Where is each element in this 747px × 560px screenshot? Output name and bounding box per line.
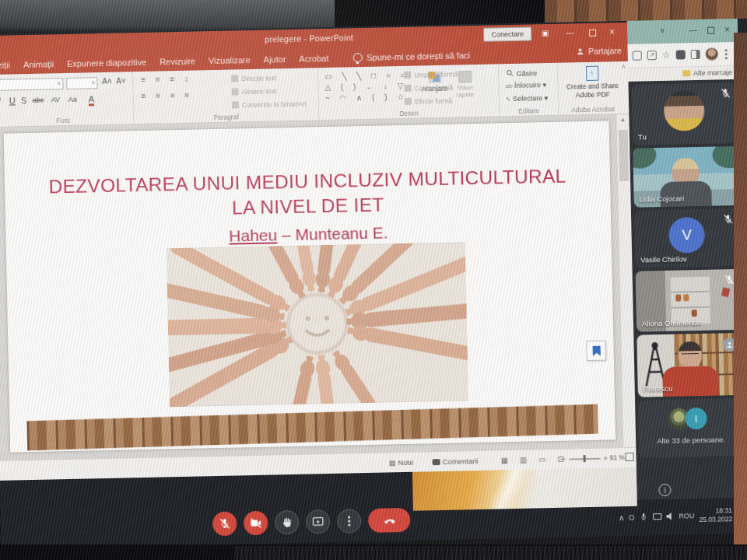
tab-expunere-diapozitive[interactable]: Expunere diapozitive	[67, 58, 146, 68]
wall-decor	[721, 287, 730, 297]
list-indent-icons[interactable]: ≡ ≡ ≡ ↕	[141, 75, 192, 84]
comment-flag-popup[interactable]	[586, 341, 606, 362]
floor-background	[734, 33, 747, 560]
tell-me-search[interactable]: Spune-mi ce dorești să faci	[352, 51, 470, 62]
mic-off-icon	[722, 213, 734, 225]
participant-tile-aliona[interactable]: Aliona Ohrimenco	[636, 269, 742, 332]
tab-revizuire[interactable]: Revizuire	[160, 57, 195, 67]
maximize-button[interactable]	[589, 30, 596, 37]
fit-to-window-icon[interactable]	[625, 453, 633, 461]
align-text-button: Aliniere text	[232, 87, 277, 96]
participant-name: Aliona Ohrimenco	[642, 318, 701, 328]
tray-expand-chevron[interactable]: ∧	[619, 513, 625, 522]
raise-hand-button[interactable]	[275, 509, 300, 534]
microphone-tray-icon[interactable]	[639, 512, 648, 521]
shrink-font-icon[interactable]: A˅	[116, 76, 126, 85]
tab-ajutor[interactable]: Ajutor	[263, 54, 286, 65]
font-name-combobox[interactable]	[0, 78, 64, 91]
paragraph-group: ≡ ≡ ≡ ↕ ≡ ≡ ≡ ≡ Direcție text Aliniere t…	[133, 68, 319, 124]
alignment-icons[interactable]: ≡ ≡ ≡ ≡	[142, 91, 194, 100]
tab-acrobat[interactable]: Acrobat	[299, 54, 328, 64]
select-button[interactable]: ⇖ Selectare ▾	[506, 94, 548, 103]
more-options-button[interactable]	[337, 509, 362, 534]
participant-tile-lidia[interactable]: Lidia Cojocari	[633, 146, 738, 208]
person-icon	[576, 47, 585, 56]
underline-button[interactable]: U	[9, 96, 16, 105]
tab-chevron-icon[interactable]: ∨	[660, 26, 665, 34]
create-pdf-button[interactable]: Create and ShareAdobe PDF	[558, 65, 627, 100]
tray-time: 18:31	[716, 507, 732, 515]
participant-tile-tu[interactable]: Tu	[632, 82, 738, 145]
search-icon	[505, 68, 514, 78]
close-button[interactable]: ×	[606, 26, 618, 37]
share-button[interactable]: Partajare	[576, 46, 622, 56]
connect-button[interactable]: Conectare	[484, 27, 531, 40]
scrollbar-thumb[interactable]	[619, 130, 629, 181]
keyboard-language[interactable]: ROU	[679, 512, 694, 520]
other-bookmarks-button[interactable]: Alte marcaje	[682, 68, 732, 77]
text-direction-button: Direcție text	[231, 74, 276, 82]
shape-effects-button: Efecte formă	[405, 97, 452, 106]
italic-button[interactable]: I	[0, 96, 1, 106]
extensions-icon[interactable]	[675, 50, 685, 59]
replace-button[interactable]: ab Înlocuire ▾	[505, 81, 546, 89]
share-icon[interactable]: ↗	[647, 51, 657, 60]
font-size-combobox[interactable]	[66, 77, 97, 89]
view-buttons[interactable]: ▦ ▥ ▭ ⊡	[501, 455, 569, 465]
tray-date: 25.03.2022	[699, 515, 732, 523]
change-case-button[interactable]: Aa	[68, 96, 77, 103]
location-icon[interactable]	[629, 514, 634, 520]
slide-title: DEZVOLTAREA UNUI MEDIU INCLUZIV MULTICUL…	[5, 163, 611, 225]
participant-tile-petrescu[interactable]: Petrescu	[637, 333, 742, 397]
chrome-close-button[interactable]: ×	[724, 24, 730, 35]
font-group: A˄ A˅ I U S abc AV Aa A Font	[0, 72, 134, 127]
ribbon-display-options-icon[interactable]: ▣	[539, 28, 551, 39]
more-participants-tile[interactable]: I Alte 33 de persoane.	[638, 398, 744, 458]
font-color-button[interactable]: A	[89, 94, 95, 106]
translate-icon[interactable]	[633, 51, 642, 60]
chrome-minimize-button[interactable]: —	[689, 25, 697, 34]
comments-button[interactable]: Comentarii	[433, 457, 479, 466]
participant-tile-vasile[interactable]: V Vasile Chirilov	[634, 208, 740, 268]
shadow-button[interactable]: S	[21, 96, 27, 105]
foliage-decor	[633, 146, 657, 169]
camera-off-button[interactable]	[244, 510, 268, 535]
comment-icon	[433, 459, 440, 465]
glasses-decor	[682, 353, 699, 356]
tab-tranzitii[interactable]: anziții	[0, 60, 10, 70]
desktop-wallpaper	[412, 467, 637, 511]
grow-font-icon[interactable]: A˄	[102, 77, 112, 86]
pdf-icon	[586, 66, 598, 81]
strikethrough-button[interactable]: abc	[33, 96, 44, 104]
system-tray: ∧ ROU 18:31 25.03.2022	[619, 499, 747, 534]
end-call-button[interactable]	[368, 507, 411, 532]
scroll-up-icon[interactable]: ▲	[616, 114, 629, 122]
collapse-ribbon-icon[interactable]: ˄	[622, 63, 626, 71]
shapes-gallery[interactable]: ▭ ╲ ╲ □ ○ ▭ △ ( ) ← ↓ ▽ ~ ◠ ∧ ( ) ☆	[324, 70, 417, 104]
zoom-slider-thumb[interactable]	[584, 455, 586, 462]
display-icon[interactable]	[653, 513, 661, 520]
slide-canvas[interactable]: DEZVOLTAREA UNUI MEDIU INCLUZIV MULTICUL…	[4, 121, 615, 452]
clock[interactable]: 18:31 25.03.2022	[699, 507, 732, 524]
find-button[interactable]: Găsire	[505, 68, 537, 78]
zoom-out-icon[interactable]: −	[561, 455, 566, 464]
notes-button[interactable]: ▤ Note	[389, 458, 414, 467]
meet-control-bar	[212, 502, 411, 541]
shape-format-column: Umplere formă Contur formă Efecte formă	[404, 64, 500, 118]
zoom-in-icon[interactable]: +	[603, 454, 608, 463]
character-spacing-button[interactable]: AV	[51, 96, 61, 103]
profile-avatar[interactable]	[705, 47, 717, 60]
tab-animatii[interactable]: Animații	[23, 59, 54, 69]
speaker-icon[interactable]	[666, 513, 674, 520]
side-panel-icon[interactable]	[690, 50, 700, 59]
minimize-button[interactable]: —	[564, 27, 576, 38]
bookmark-star-icon[interactable]: ☆	[662, 51, 671, 60]
laptop-screen: prelegere - PowerPoint Conectare ▣ — × a…	[0, 18, 747, 548]
shape-fill-button: Umplere formă	[404, 70, 458, 79]
zoom-level[interactable]: 91 %	[609, 453, 625, 461]
present-screen-button[interactable]	[306, 509, 331, 534]
mic-off-button[interactable]	[212, 511, 237, 536]
chrome-menu-icon[interactable]	[724, 53, 727, 55]
chrome-restore-button[interactable]	[707, 27, 714, 34]
tab-vizualizare[interactable]: Vizualizare	[209, 55, 251, 65]
